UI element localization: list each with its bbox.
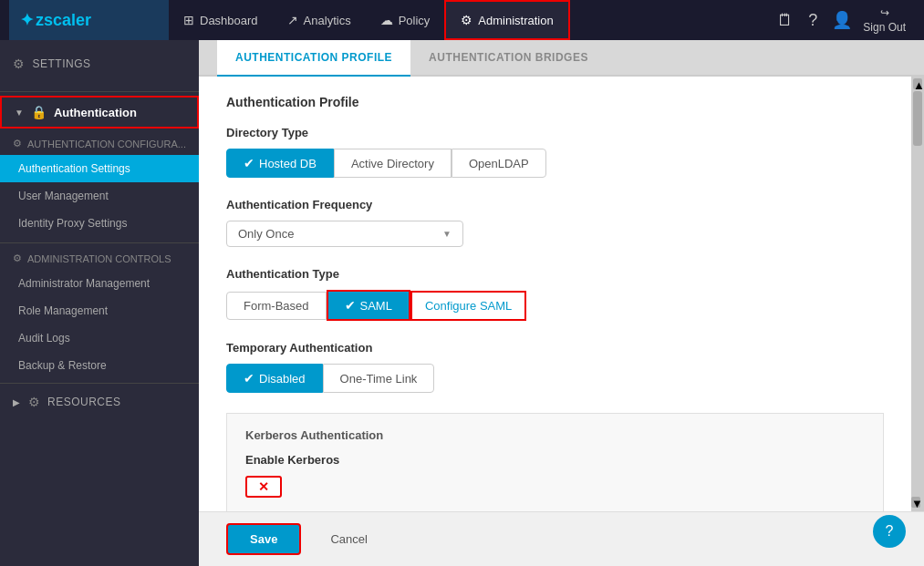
- dropdown-arrow-icon: ▼: [442, 229, 452, 239]
- tab-auth-bridges[interactable]: Authentication Bridges: [410, 40, 607, 77]
- btn-one-time-link[interactable]: One-Time Link: [323, 364, 435, 393]
- temp-auth-label: Temporary Authentication: [226, 341, 884, 355]
- tab-auth-bridges-label: Authentication Bridges: [429, 51, 588, 64]
- nav-administration-label: Administration: [478, 14, 553, 27]
- save-button[interactable]: Save: [226, 523, 301, 555]
- top-navigation: ✦ zscaler ⊞ Dashboard ↗ Analytics ☁ Poli…: [0, 0, 924, 40]
- auth-frequency-dropdown[interactable]: Only Once ▼: [226, 221, 463, 247]
- sidebar-item-backup-restore[interactable]: Backup & Restore: [0, 352, 199, 379]
- directory-type-group: Directory Type ✔ Hosted DB Active Direct…: [226, 126, 884, 178]
- auth-type-label: Authentication Type: [226, 267, 884, 281]
- one-time-link-label: One-Time Link: [340, 372, 418, 386]
- admin-icon: ⚙: [461, 13, 472, 27]
- sidebar-auth-group: ▼ 🔒 Authentication: [0, 96, 199, 129]
- btn-hosted-db[interactable]: ✔ Hosted DB: [226, 149, 334, 178]
- sidebar-item-admin-management[interactable]: Administrator Management: [0, 270, 199, 297]
- caret-right-icon: ▶: [13, 397, 21, 407]
- directory-type-label: Directory Type: [226, 126, 884, 139]
- btn-openldap[interactable]: OpenLDAP: [452, 149, 546, 178]
- kerberos-section: Kerberos Authentication Enable Kerberos …: [226, 413, 884, 511]
- divider-3: [0, 383, 199, 384]
- nav-administration[interactable]: ⚙ Administration: [444, 0, 569, 40]
- sidebar-item-user-management[interactable]: User Management: [0, 182, 199, 210]
- sidebar-admin-controls-label: ADMINISTRATION CONTROLS: [27, 253, 171, 264]
- sidebar-settings-label: Settings: [33, 57, 91, 70]
- dashboard-icon: ⊞: [183, 13, 194, 27]
- analytics-icon: ↗: [287, 13, 298, 27]
- x-icon: ✕: [258, 479, 269, 494]
- auth-frequency-label: Authentication Frequency: [226, 198, 884, 211]
- content-area: Authentication Profile Authentication Br…: [199, 40, 924, 566]
- nav-dashboard[interactable]: ⊞ Dashboard: [169, 0, 273, 40]
- nav-policy[interactable]: ☁ Policy: [366, 0, 445, 40]
- floating-help-button[interactable]: ?: [873, 515, 906, 548]
- resources-icon: ⚙: [28, 395, 41, 409]
- directory-type-options: ✔ Hosted DB Active Directory OpenLDAP: [226, 149, 884, 178]
- temp-auth-group: Temporary Authentication ✔ Disabled One-…: [226, 341, 884, 393]
- nav-analytics-label: Analytics: [304, 14, 351, 27]
- sidebar-resources-header: ▶ ⚙ Resources: [0, 387, 199, 417]
- bottom-actions: Save Cancel: [199, 511, 924, 566]
- btn-saml[interactable]: ✔ SAML: [327, 290, 410, 321]
- enable-kerberos-label: Enable Kerberos: [245, 453, 865, 467]
- scroll-down-arrow[interactable]: ▼: [911, 497, 920, 508]
- saml-label: SAML: [360, 299, 392, 313]
- auth-config-icon: ⚙: [13, 138, 22, 149]
- sidebar-resources-label: Resources: [47, 396, 121, 408]
- settings-gear-icon: ⚙: [13, 57, 26, 71]
- user-icon[interactable]: 👤: [828, 6, 856, 34]
- sidebar-admin-management-label: Administrator Management: [18, 277, 150, 290]
- tab-auth-profile[interactable]: Authentication Profile: [217, 40, 410, 77]
- sidebar-identity-proxy-label: Identity Proxy Settings: [18, 217, 127, 230]
- kerberos-toggle[interactable]: ✕: [245, 476, 282, 498]
- logo: ✦ zscaler: [9, 0, 169, 40]
- sidebar-item-role-management[interactable]: Role Management: [0, 297, 199, 324]
- sidebar-item-auth-settings[interactable]: Authentication Settings: [0, 155, 199, 182]
- signout-button[interactable]: ↪ Sign Out: [863, 6, 906, 34]
- configure-saml-link[interactable]: Configure SAML: [410, 291, 526, 321]
- divider-1: [0, 91, 199, 92]
- kerberos-title: Kerberos Authentication: [245, 428, 865, 442]
- sidebar-settings-section: ⚙ Settings: [0, 40, 199, 87]
- signout-arrow-icon: ↪: [880, 6, 889, 19]
- btn-active-directory[interactable]: Active Directory: [334, 149, 452, 178]
- help-icon[interactable]: ?: [805, 7, 821, 34]
- auth-type-group: Authentication Type Form-Based ✔ SAML Co…: [226, 267, 884, 321]
- scroll-handle[interactable]: [913, 91, 922, 146]
- floating-help-icon: ?: [886, 523, 894, 540]
- hosted-db-label: Hosted DB: [259, 157, 317, 170]
- checkmark-icon[interactable]: 🗒: [773, 7, 797, 34]
- sidebar: ⚙ Settings ▼ 🔒 Authentication ⚙ AUTHENTI…: [0, 40, 199, 566]
- caret-down-icon: ▼: [15, 108, 24, 118]
- auth-frequency-group: Authentication Frequency Only Once ▼: [226, 198, 884, 247]
- disabled-check-icon: ✔: [244, 371, 254, 386]
- sidebar-auth-settings-label: Authentication Settings: [18, 162, 130, 175]
- nav-analytics[interactable]: ↗ Analytics: [273, 0, 366, 40]
- auth-frequency-value: Only Once: [238, 227, 294, 241]
- sidebar-admin-controls-header: ⚙ ADMINISTRATION CONTROLS: [0, 247, 199, 270]
- scroll-bar[interactable]: ▲ ▼: [911, 77, 924, 511]
- sidebar-role-management-label: Role Management: [18, 304, 108, 317]
- kerberos-toggle-container: ✕: [245, 476, 865, 498]
- nav-dashboard-label: Dashboard: [200, 14, 258, 27]
- nav-items: ⊞ Dashboard ↗ Analytics ☁ Policy ⚙ Admin…: [169, 0, 773, 40]
- btn-disabled[interactable]: ✔ Disabled: [226, 364, 323, 393]
- sidebar-settings-header: ⚙ Settings: [0, 49, 199, 78]
- auth-type-options: Form-Based ✔ SAML Configure SAML: [226, 290, 884, 321]
- sidebar-auth-subsection: ⚙ AUTHENTICATION CONFIGURA... Authentica…: [0, 130, 199, 239]
- sidebar-backup-restore-label: Backup & Restore: [18, 359, 107, 372]
- scroll-up-arrow[interactable]: ▲: [913, 78, 922, 89]
- lock-icon: 🔒: [31, 105, 47, 119]
- sidebar-item-audit-logs[interactable]: Audit Logs: [0, 324, 199, 352]
- main-panel: Authentication Profile Directory Type ✔ …: [199, 77, 911, 511]
- temp-auth-options: ✔ Disabled One-Time Link: [226, 364, 884, 393]
- signout-label: Sign Out: [863, 21, 906, 34]
- disabled-label: Disabled: [259, 372, 306, 386]
- sidebar-auth-label: Authentication: [54, 106, 137, 119]
- main-layout: ⚙ Settings ▼ 🔒 Authentication ⚙ AUTHENTI…: [0, 40, 924, 566]
- cancel-button[interactable]: Cancel: [316, 525, 381, 553]
- sidebar-item-identity-proxy[interactable]: Identity Proxy Settings: [0, 210, 199, 237]
- form-based-label: Form-Based: [244, 299, 309, 313]
- btn-form-based[interactable]: Form-Based: [226, 292, 327, 320]
- sidebar-auth-config-header: ⚙ AUTHENTICATION CONFIGURA...: [0, 132, 199, 155]
